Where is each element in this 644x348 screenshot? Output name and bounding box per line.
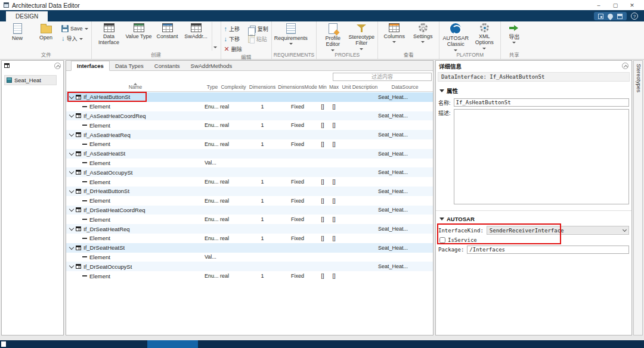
column-header-name[interactable]: Name	[66, 82, 205, 91]
swaddr-button[interactable]: SwAddr...	[182, 22, 210, 39]
chevron-down-icon[interactable]	[68, 133, 75, 136]
column-header-dimensionsmode[interactable]: DimensionsMode	[278, 82, 317, 91]
profile-editor-icon	[329, 23, 338, 34]
window-controls: – ▢ ✕	[590, 1, 640, 10]
column-header-type[interactable]: Type	[205, 82, 220, 91]
import-button[interactable]: ↓ 导入	[61, 35, 88, 42]
table-row-if_asheatbuttonst[interactable]: If_AsHeatButtonStSeat_Heat...	[66, 92, 433, 102]
chevron-down-icon[interactable]	[68, 265, 75, 268]
column-header-description[interactable]: Description	[353, 82, 377, 91]
cell-name: If_DrHeatButtonSt	[66, 188, 205, 194]
tab-swaddrmethods[interactable]: SwAddrMethods	[185, 61, 238, 70]
value-type-button[interactable]: Value Type	[125, 22, 153, 39]
chevron-down-icon[interactable]	[68, 228, 75, 230]
collapse-details-icon[interactable]	[622, 63, 628, 69]
properties-section-header[interactable]: 属性	[436, 82, 631, 97]
stereotype-filter-button[interactable]: Stereotype Filter	[347, 22, 376, 50]
column-header-dimensions[interactable]: Dimensions	[247, 82, 278, 91]
chevron-down-icon[interactable]	[68, 171, 75, 173]
table-row-if_drseatoccupyst[interactable]: If_DrSeatOccupyStSeat_Heat...	[66, 262, 433, 271]
column-header-min[interactable]: Min	[317, 82, 328, 91]
column-header-unit[interactable]: Unit	[340, 82, 353, 91]
export-button[interactable]: 导出	[503, 22, 525, 44]
table-row-element[interactable]: ElementEnu...real1Fixed[][]	[66, 177, 433, 187]
column-header-datasource[interactable]: DataSource	[377, 82, 433, 91]
layout-icon[interactable]	[598, 14, 603, 19]
minimize-button[interactable]: –	[590, 1, 607, 10]
swaddr-icon	[191, 23, 202, 32]
cell-dimensionsmode: Fixed	[278, 198, 317, 204]
cell-max: []	[328, 104, 340, 110]
settings-button[interactable]: Settings	[408, 22, 437, 43]
ribbon-section-share: 导出 共享	[501, 21, 527, 59]
new-button[interactable]: New	[3, 22, 32, 41]
table-row-if_drheatbuttonst[interactable]: If_DrHeatButtonStSeat_Heat...	[66, 187, 433, 196]
table-row-if_drseatheatreq[interactable]: If_DrSeatHeatReqSeat_Heat...	[66, 224, 433, 234]
maximize-button[interactable]: ▢	[607, 1, 624, 10]
package-field[interactable]	[467, 246, 629, 254]
chevron-down-icon[interactable]	[68, 96, 75, 98]
delete-button[interactable]: ✕ 删除	[224, 45, 242, 53]
column-header-complexity[interactable]: Complexity	[220, 82, 247, 91]
table-row-element[interactable]: ElementEnu...real1Fixed[][]	[66, 102, 433, 111]
column-header-max[interactable]: Max	[328, 82, 340, 91]
autosar-section-header[interactable]: AUTOSAR	[436, 211, 631, 225]
table-row-if_asseatoccupyst[interactable]: If_AsSeatOccupyStSeat_Heat...	[66, 167, 433, 177]
table-row-if_drseatheatcoordreq[interactable]: If_DrSeatHeatCoordReqSeat_Heat...	[66, 206, 433, 215]
chevron-down-icon[interactable]	[68, 190, 75, 192]
chevron-down-icon[interactable]	[68, 153, 75, 155]
chevron-down-icon[interactable]	[68, 114, 75, 117]
table-row-if_asseatheatreq[interactable]: If_AsSeatHeatReqSeat_Heat...	[66, 130, 433, 139]
interface-kind-dropdown[interactable]: SenderReceiverInterface	[487, 226, 629, 235]
profile-editor-button[interactable]: Profile Editor	[318, 22, 347, 51]
dock-icon[interactable]	[617, 14, 623, 19]
table-row-element[interactable]: ElementEnu...real1Fixed[][]	[66, 120, 433, 130]
chevron-down-icon[interactable]	[68, 247, 75, 249]
collapse-panel-icon[interactable]	[54, 63, 61, 69]
requirements-button[interactable]: Requirements	[274, 22, 308, 45]
data-interface-button[interactable]: Data Interface	[94, 22, 125, 46]
table-row-element[interactable]: ElementEnu...real1Fixed[][]	[66, 215, 433, 224]
cell-name: If_AsSeatHeatCoordReq	[66, 113, 205, 119]
pin-icon[interactable]	[606, 13, 614, 20]
table-row-if_drseatheatst[interactable]: If_DrSeatHeatStSeat_Heat...	[66, 243, 433, 253]
move-up-button[interactable]: ↑ 上移	[224, 25, 242, 33]
columns-button[interactable]: Columns	[380, 22, 408, 43]
tab-interfaces[interactable]: Interfaces	[71, 61, 110, 71]
copy-button[interactable]: 复制	[248, 25, 268, 33]
description-field[interactable]	[454, 109, 629, 204]
constant-button[interactable]: Constant	[153, 22, 182, 39]
cell-type: Enu...	[205, 198, 220, 204]
table-row-if_asseatheatst[interactable]: If_AsSeatHeatStSeat_Heat...	[66, 149, 433, 159]
create-gallery-dropdown[interactable]	[212, 22, 219, 51]
tab-design[interactable]: DESIGN	[6, 11, 48, 21]
table-row-element[interactable]: ElementVal...	[66, 253, 433, 262]
name-field[interactable]	[454, 98, 629, 107]
open-button[interactable]: Open	[32, 22, 60, 41]
table-row-element[interactable]: ElementEnu...real1Fixed[][]	[66, 234, 433, 243]
table-row-element[interactable]: ElementVal...	[66, 159, 433, 168]
row-name: If_DrHeatButtonSt	[83, 188, 129, 194]
xml-options-button[interactable]: XML Options	[470, 22, 499, 49]
tree-item-seat-heat[interactable]: Seat_Heat	[4, 75, 57, 85]
table-row-element[interactable]: ElementEnu...real1Fixed[][]	[66, 271, 433, 281]
save-button[interactable]: Save	[61, 25, 88, 32]
move-down-button[interactable]: ↓ 下移	[224, 35, 242, 43]
paste-button[interactable]: 粘贴	[248, 35, 268, 43]
cell-name: Element	[66, 273, 205, 279]
ribbon-section-file: New Open Save ↓ 导入 文件	[1, 21, 92, 59]
tab-data-types[interactable]: Data Types	[110, 61, 149, 70]
table-row-element[interactable]: ElementEnu...real1Fixed[][]	[66, 139, 433, 149]
chevron-down-icon[interactable]	[68, 209, 75, 211]
open-folder-icon	[41, 26, 52, 33]
tab-stereotypes[interactable]: Stereotypes	[636, 64, 642, 92]
autosar-classic-button[interactable]: AUTOSAR Classic	[441, 22, 470, 51]
requirements-icon	[286, 23, 296, 34]
tab-constants[interactable]: Constants	[149, 61, 185, 70]
help-icon[interactable]: ?	[631, 13, 638, 20]
table-row-element[interactable]: ElementEnu...real1Fixed[][]	[66, 196, 433, 206]
close-button[interactable]: ✕	[624, 1, 640, 10]
filter-input[interactable]	[333, 73, 432, 81]
table-row-if_asseatheatcoordreq[interactable]: If_AsSeatHeatCoordReqSeat_Heat...	[66, 111, 433, 121]
is-service-checkbox[interactable]	[439, 237, 445, 243]
